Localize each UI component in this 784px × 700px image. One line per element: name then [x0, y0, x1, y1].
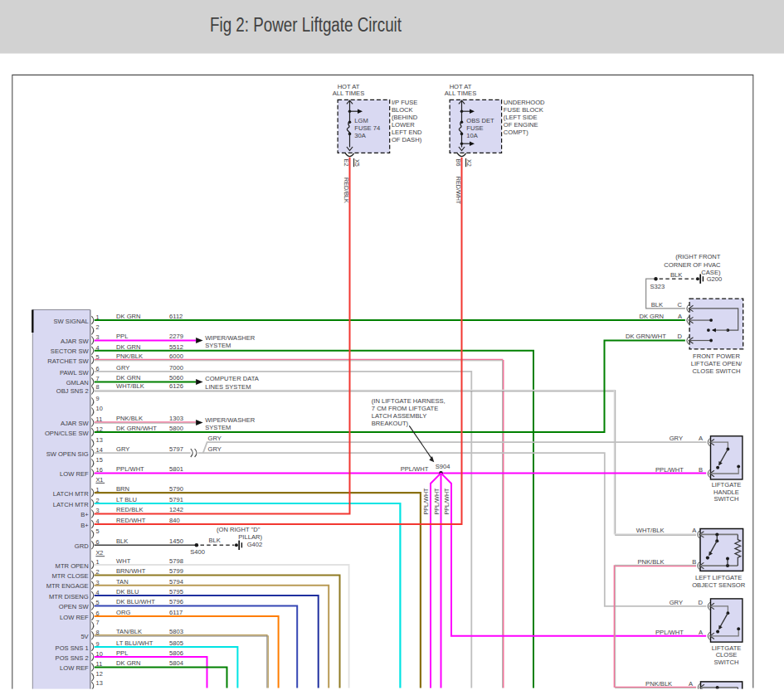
svg-text:5512: 5512	[169, 343, 183, 351]
svg-text:30A: 30A	[354, 132, 366, 139]
svg-text:DK GRN: DK GRN	[639, 313, 664, 320]
svg-text:Fig 2: Power Liftgate Circuit: Fig 2: Power Liftgate Circuit	[210, 14, 402, 36]
svg-text:DK BLU/WHT: DK BLU/WHT	[116, 598, 155, 605]
svg-text:CASE): CASE)	[701, 269, 721, 276]
svg-text:PILLAR): PILLAR)	[238, 533, 262, 541]
svg-text:(IN LIFTGATE HARNESS,: (IN LIFTGATE HARNESS,	[372, 397, 446, 405]
svg-text:RED/BLK: RED/BLK	[343, 177, 350, 203]
svg-text:BLK: BLK	[116, 537, 128, 545]
svg-text:GRD: GRD	[75, 542, 89, 550]
svg-text:A: A	[692, 527, 697, 534]
svg-text:HOT AT: HOT AT	[338, 83, 360, 90]
svg-text:7000: 7000	[169, 364, 183, 372]
svg-text:X2: X2	[95, 549, 103, 557]
svg-text:6117: 6117	[169, 609, 183, 616]
svg-text:LOW REF: LOW REF	[60, 664, 89, 672]
svg-text:PPL/WHT: PPL/WHT	[433, 488, 441, 515]
svg-text:AJAR SW: AJAR SW	[61, 338, 90, 345]
svg-text:X1: X1	[95, 476, 103, 484]
svg-text:GMLAN: GMLAN	[66, 379, 89, 386]
svg-text:E2: E2	[343, 159, 350, 167]
svg-text:FUSE BLOCK: FUSE BLOCK	[504, 106, 543, 114]
svg-text:LEFT END: LEFT END	[392, 129, 422, 136]
svg-text:RED/WHT: RED/WHT	[116, 517, 146, 524]
svg-text:GRY: GRY	[208, 435, 222, 442]
svg-text:2: 2	[96, 323, 100, 331]
svg-text:1242: 1242	[169, 506, 183, 513]
svg-text:S904: S904	[436, 463, 450, 470]
svg-text:CLOSE SWITCH: CLOSE SWITCH	[693, 367, 741, 375]
svg-text:POS SNS 1: POS SNS 1	[56, 644, 89, 652]
svg-text:AJAR SW: AJAR SW	[61, 420, 90, 427]
svg-text:HANDLE: HANDLE	[713, 489, 739, 496]
svg-text:5799: 5799	[169, 567, 183, 575]
svg-text:TAN: TAN	[116, 578, 129, 586]
svg-text:10A: 10A	[466, 132, 478, 139]
svg-text:LOW REF: LOW REF	[60, 470, 89, 478]
svg-text:PPL/WHT: PPL/WHT	[655, 629, 684, 636]
svg-text:D: D	[699, 599, 704, 606]
svg-text:GRY: GRY	[670, 599, 683, 606]
svg-text:BLOCK: BLOCK	[392, 106, 413, 114]
svg-text:1450: 1450	[169, 537, 183, 545]
svg-text:G200: G200	[707, 275, 723, 283]
svg-text:13: 13	[96, 436, 103, 444]
svg-text:LOW REF: LOW REF	[60, 614, 89, 621]
svg-text:HOT AT: HOT AT	[450, 83, 472, 90]
svg-text:POS SNS 2: POS SNS 2	[56, 654, 89, 662]
svg-text:LIFTGATE OPEN/: LIFTGATE OPEN/	[691, 360, 743, 367]
svg-text:PNK/BLK: PNK/BLK	[116, 415, 143, 422]
svg-text:LIFTGATE: LIFTGATE	[712, 644, 742, 652]
svg-text:PPL/WHT: PPL/WHT	[116, 465, 144, 473]
svg-text:COMPUTER DATA: COMPUTER DATA	[205, 375, 260, 382]
svg-text:BLK: BLK	[651, 301, 663, 309]
svg-text:A: A	[689, 680, 694, 688]
svg-text:PNK/BLK: PNK/BLK	[645, 680, 672, 688]
svg-text:PNK/BLK: PNK/BLK	[116, 352, 143, 360]
svg-text:LATCH MTR: LATCH MTR	[53, 490, 89, 498]
svg-text:(BEHIND: (BEHIND	[392, 114, 418, 121]
svg-text:PAWL SW: PAWL SW	[60, 369, 90, 377]
svg-text:TAN/BLK: TAN/BLK	[116, 628, 142, 635]
svg-text:5794: 5794	[169, 578, 183, 586]
svg-text:DK GRN: DK GRN	[116, 374, 141, 382]
svg-text:OF ENGINE: OF ENGINE	[504, 121, 538, 129]
svg-text:PPL/WHT: PPL/WHT	[655, 466, 684, 474]
svg-text:WIPER/WASHER: WIPER/WASHER	[205, 334, 256, 342]
svg-text:MTR ENGAGE: MTR ENGAGE	[46, 582, 89, 590]
svg-text:5790: 5790	[169, 485, 183, 493]
svg-text:DK GRN/WHT: DK GRN/WHT	[116, 425, 157, 432]
svg-text:12: 12	[96, 670, 103, 678]
svg-text:SWITCH: SWITCH	[714, 659, 739, 666]
svg-text:7 CM FROM LIFTGATE: 7 CM FROM LIFTGATE	[372, 405, 438, 412]
svg-text:15: 15	[96, 456, 103, 464]
svg-text:5800: 5800	[169, 425, 183, 432]
svg-text:SW SIGNAL: SW SIGNAL	[53, 318, 88, 325]
svg-text:LEFT LIFTGATE: LEFT LIFTGATE	[695, 574, 742, 581]
svg-text:WIPER/WASHER: WIPER/WASHER	[205, 416, 256, 424]
svg-text:MTR OPEN: MTR OPEN	[56, 562, 89, 570]
svg-text:LT BLU/WHT: LT BLU/WHT	[116, 639, 153, 647]
svg-text:I/P FUSE: I/P FUSE	[392, 99, 418, 106]
svg-text:FUSE: FUSE	[466, 124, 483, 132]
svg-text:5804: 5804	[169, 659, 183, 667]
svg-text:SWITCH: SWITCH	[714, 495, 739, 503]
svg-text:PNK/BLK: PNK/BLK	[637, 558, 664, 566]
svg-text:LATCH MTR: LATCH MTR	[53, 501, 89, 508]
svg-text:S323: S323	[650, 283, 665, 290]
svg-text:OBS DET: OBS DET	[466, 117, 494, 124]
svg-text:A: A	[678, 313, 683, 320]
svg-text:S400: S400	[190, 548, 205, 556]
svg-text:5791: 5791	[169, 496, 183, 503]
svg-text:SECTOR SW: SECTOR SW	[51, 348, 90, 355]
svg-text:FRONT POWER: FRONT POWER	[693, 352, 740, 360]
svg-text:9: 9	[96, 395, 100, 402]
svg-text:WHT/BLK: WHT/BLK	[116, 382, 144, 390]
svg-text:PPL/WHT: PPL/WHT	[401, 465, 429, 473]
svg-text:GRY: GRY	[670, 435, 683, 442]
svg-text:5060: 5060	[169, 374, 183, 382]
svg-text:LGM: LGM	[354, 117, 368, 124]
svg-text:5801: 5801	[169, 465, 183, 473]
svg-text:RED/BLK: RED/BLK	[116, 506, 144, 513]
svg-text:UNDERHOOD: UNDERHOOD	[504, 99, 545, 106]
